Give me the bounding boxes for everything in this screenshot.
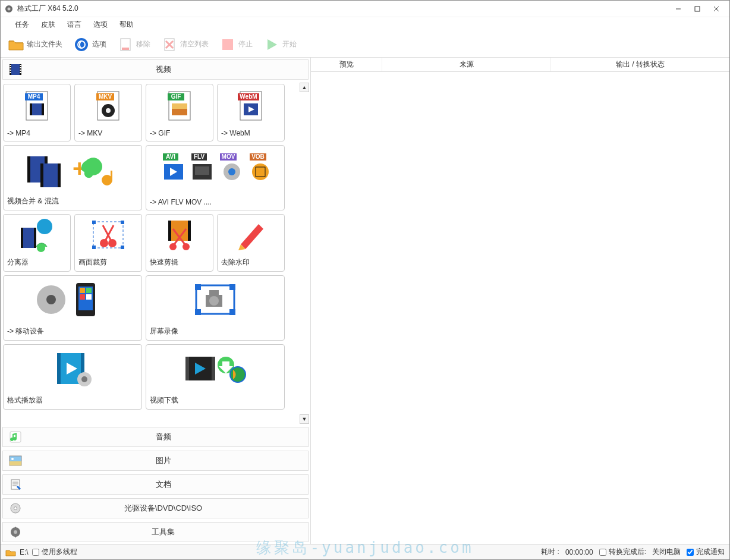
start-label: 开始 [282, 39, 297, 49]
svg-rect-107 [209, 290, 219, 295]
tile-crop[interactable]: 画面裁剪 [74, 214, 142, 272]
output-folder-button[interactable]: 输出文件夹 [4, 35, 66, 54]
notify-label: 完成通知 [696, 547, 725, 557]
svg-point-113 [81, 376, 87, 382]
col-status[interactable]: 输出 / 转换状态 [551, 58, 729, 71]
tile-splitter-label: 分离器 [4, 255, 70, 271]
category-video[interactable]: 视频 [2, 59, 309, 80]
svg-point-75 [37, 244, 45, 252]
tile-merge-label: 视频合并 & 混流 [4, 194, 141, 210]
svg-rect-103 [195, 309, 201, 315]
maximize-button[interactable] [688, 2, 707, 15]
clear-label: 清空列表 [180, 39, 209, 49]
tile-mkv-label: -> MKV [75, 127, 141, 141]
menu-language[interactable]: 语言 [61, 18, 87, 32]
menu-help[interactable]: 帮助 [114, 18, 140, 32]
multithread-checkbox[interactable]: 使用多线程 [32, 547, 77, 557]
close-button[interactable] [707, 2, 726, 15]
play-icon [263, 36, 280, 53]
tile-merge[interactable]: + 视频合并 & 混流 [3, 145, 142, 210]
menu-options[interactable]: 选项 [87, 18, 114, 32]
category-panel: 视频 ▲ MP4 -> MP4 MKV -> MKV GIF [1, 58, 311, 544]
col-preview[interactable]: 预览 [311, 58, 382, 71]
start-button[interactable]: 开始 [260, 35, 300, 54]
stop-button[interactable]: 停止 [216, 35, 256, 54]
scroll-down-button[interactable]: ▼ [300, 414, 309, 424]
col-source[interactable]: 来源 [382, 58, 551, 71]
svg-rect-101 [195, 284, 201, 290]
svg-rect-102 [229, 284, 235, 290]
tile-gif[interactable]: GIF -> GIF [146, 84, 213, 141]
tile-mobile[interactable]: -> 移动设备 [3, 275, 142, 341]
svg-point-93 [46, 295, 56, 304]
svg-rect-49 [40, 163, 61, 187]
category-tools[interactable]: 工具集 [2, 522, 309, 542]
svg-rect-50 [40, 163, 43, 187]
remove-label: 移除 [136, 39, 150, 49]
category-disc[interactable]: 光驱设备\DVD\CD\ISO [2, 498, 309, 518]
tile-screenrec-label: 屏幕录像 [146, 324, 284, 340]
clear-list-button[interactable]: 清空列表 [158, 35, 212, 54]
svg-rect-8 [122, 48, 129, 50]
scroll-up-button[interactable]: ▲ [300, 83, 309, 92]
svg-rect-22 [20, 67, 21, 68]
remove-button[interactable]: 移除 [114, 35, 154, 54]
tile-player[interactable]: 格式播放器 [3, 344, 142, 410]
svg-rect-54 [111, 171, 112, 181]
drive-icon [5, 548, 16, 556]
folder-icon [8, 36, 24, 53]
tile-download[interactable]: 视频下载 [146, 344, 285, 410]
notify-checkbox[interactable]: 完成通知 [687, 547, 725, 557]
tile-webm[interactable]: WebM -> WebM [217, 84, 285, 141]
tile-crop-label: 画面裁剪 [75, 255, 141, 271]
tile-mkv[interactable]: MKV -> MKV [74, 84, 142, 141]
category-image[interactable]: 图片 [2, 451, 309, 471]
after-checkbox[interactable]: 转换完成后: [599, 547, 646, 557]
options-button[interactable]: 选项 [70, 35, 110, 54]
tile-dewatermark-label: 去除水印 [218, 255, 284, 271]
svg-point-82 [108, 239, 117, 247]
tile-screenrec[interactable]: 屏幕录像 [146, 275, 285, 341]
menu-task[interactable]: 任务 [9, 18, 35, 32]
svg-rect-23 [20, 70, 21, 71]
svg-rect-24 [20, 72, 21, 73]
svg-text:FLV: FLV [194, 153, 204, 160]
svg-rect-123 [10, 461, 21, 465]
tile-mp4[interactable]: MP4 -> MP4 [3, 84, 71, 141]
menu-skin[interactable]: 皮肤 [35, 18, 61, 32]
svg-point-131 [14, 507, 17, 510]
tile-quickcut[interactable]: 快速剪辑 [146, 214, 213, 272]
category-tools-label: 工具集 [24, 527, 302, 537]
output-folder-label: 输出文件夹 [27, 39, 62, 49]
svg-rect-98 [80, 294, 85, 300]
svg-rect-30 [42, 103, 44, 115]
tile-splitter[interactable]: 分离器 [3, 214, 71, 272]
svg-point-133 [14, 530, 17, 534]
tile-download-label: 视频下载 [146, 393, 284, 409]
video-tiles: ▲ MP4 -> MP4 MKV -> MKV GIF -> GIF [1, 81, 310, 425]
svg-point-69 [252, 163, 269, 180]
category-audio-label: 音频 [24, 432, 302, 442]
svg-text:AVI: AVI [166, 153, 175, 160]
minimize-button[interactable] [669, 2, 688, 15]
category-disc-label: 光驱设备\DVD\CD\ISO [24, 503, 302, 514]
svg-point-6 [75, 38, 88, 51]
statusbar: E:\ 使用多线程 耗时 : 00:00:00 转换完成后: 关闭电脑 完成通知 [1, 544, 729, 559]
svg-text:GIF: GIF [171, 93, 181, 100]
after-label: 转换完成后: [609, 547, 646, 557]
tile-multi-format[interactable]: AVI FLV MOV VOB -> AVI FLV MOV .... [146, 145, 285, 210]
svg-point-89 [182, 243, 190, 250]
stop-label: 停止 [238, 39, 253, 49]
svg-rect-77 [92, 221, 96, 224]
options-label: 选项 [92, 39, 106, 49]
svg-rect-79 [92, 246, 96, 249]
category-document[interactable]: 文档 [2, 474, 309, 495]
svg-rect-51 [58, 163, 61, 187]
category-audio[interactable]: 音频 [2, 427, 309, 447]
note-icon [9, 430, 22, 443]
drive-path[interactable]: E:\ [20, 548, 29, 556]
disc-icon [9, 502, 22, 515]
tile-dewatermark[interactable]: 去除水印 [217, 214, 285, 272]
svg-rect-80 [121, 246, 124, 249]
svg-rect-96 [80, 288, 85, 293]
